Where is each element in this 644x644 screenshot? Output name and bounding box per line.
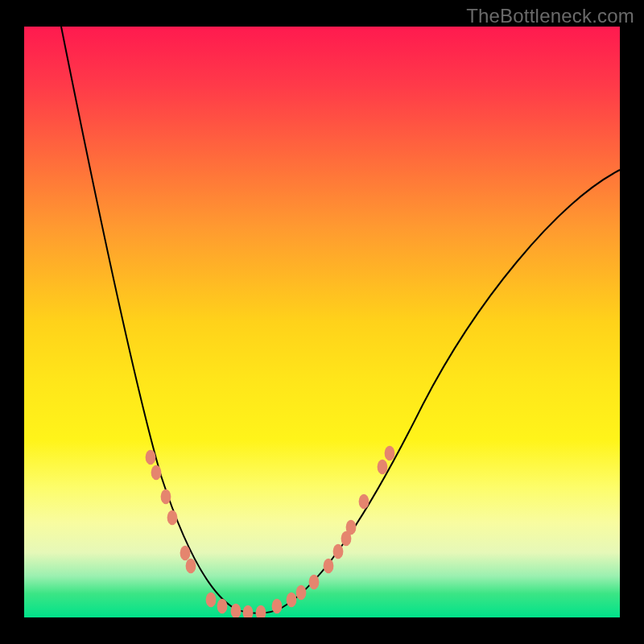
data-point-5 bbox=[186, 559, 196, 573]
data-point-14 bbox=[309, 575, 320, 589]
curve-layer bbox=[61, 27, 620, 613]
data-point-3 bbox=[167, 510, 178, 525]
data-point-4 bbox=[180, 546, 191, 560]
data-point-7 bbox=[217, 599, 228, 613]
data-point-0 bbox=[146, 450, 156, 464]
chart-frame: TheBottleneck.com bbox=[0, 0, 644, 644]
data-point-18 bbox=[346, 520, 357, 535]
chart-svg bbox=[24, 27, 620, 617]
data-point-13 bbox=[296, 585, 307, 600]
watermark-text: TheBottleneck.com bbox=[466, 5, 634, 27]
data-point-12 bbox=[287, 592, 297, 607]
series-bottleneck-curve bbox=[61, 27, 620, 613]
data-point-8 bbox=[231, 604, 242, 617]
plot-area bbox=[24, 27, 620, 617]
data-point-20 bbox=[378, 460, 388, 474]
data-point-15 bbox=[324, 559, 334, 573]
points-layer bbox=[146, 446, 395, 617]
data-point-19 bbox=[359, 494, 369, 509]
data-point-21 bbox=[385, 446, 395, 460]
data-point-2 bbox=[161, 489, 171, 504]
data-point-11 bbox=[272, 599, 283, 613]
data-point-1 bbox=[151, 465, 162, 480]
data-point-10 bbox=[256, 605, 266, 617]
data-point-16 bbox=[333, 544, 344, 559]
data-point-6 bbox=[206, 592, 217, 607]
data-point-9 bbox=[243, 605, 254, 617]
